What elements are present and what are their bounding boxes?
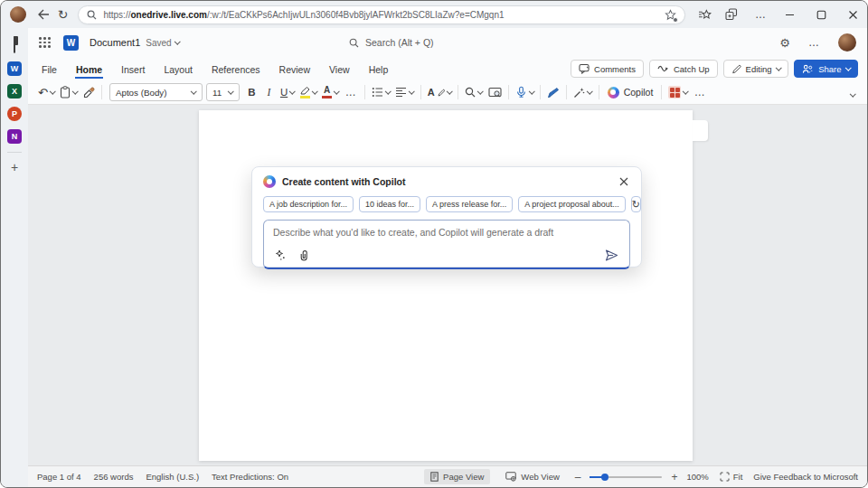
toolbar-more-icon[interactable]: … — [691, 86, 710, 99]
format-painter-button[interactable] — [80, 83, 98, 102]
maximize-icon[interactable] — [816, 10, 826, 20]
search-label: Search (Alt + Q) — [365, 37, 434, 48]
highlighter-icon — [300, 87, 310, 95]
copilot-button[interactable]: Copilot — [603, 83, 658, 102]
comment-icon — [579, 63, 590, 74]
word-count[interactable]: 256 words — [94, 472, 134, 482]
clipboard-icon — [60, 86, 71, 99]
browser-more-icon[interactable]: … — [751, 8, 770, 21]
collections-icon[interactable] — [725, 8, 738, 21]
ribbon-collapse-icon[interactable] — [851, 84, 855, 100]
add-ins-icon — [668, 86, 681, 99]
people-icon — [802, 64, 814, 74]
web-view-button[interactable]: Web View — [499, 469, 565, 484]
save-status[interactable]: Saved — [146, 38, 179, 48]
powerpoint-app-icon[interactable]: P — [7, 107, 22, 121]
text-predictions[interactable]: Text Predictions: On — [212, 472, 288, 482]
margin-comment-tab[interactable] — [693, 120, 708, 141]
underline-button[interactable]: U — [278, 83, 297, 102]
search-box[interactable]: Search (Alt + Q) — [349, 28, 434, 57]
document-canvas: Create content with Copilot A job descri… — [28, 105, 867, 465]
bold-button[interactable]: B — [243, 83, 260, 102]
suggestion-chip[interactable]: A press release for... — [426, 196, 513, 212]
editing-mode-button[interactable]: Editing — [723, 60, 789, 78]
tab-insert[interactable]: Insert — [120, 60, 146, 79]
zoom-level[interactable]: 100% — [686, 472, 708, 482]
close-icon[interactable] — [618, 175, 630, 188]
document-page[interactable] — [199, 110, 693, 461]
url-text: https://onedrive.live.com/:w:/t/EaCKkPs6… — [103, 10, 504, 20]
browser-profile-avatar[interactable] — [10, 6, 26, 23]
close-icon[interactable] — [848, 10, 858, 20]
reading-coach-button[interactable] — [486, 83, 505, 102]
word-app-icon[interactable]: W — [7, 61, 22, 76]
chevron-down-icon — [845, 64, 851, 70]
font-size-select[interactable]: 11 — [206, 83, 240, 101]
font-name-select[interactable]: Aptos (Body) — [109, 83, 203, 101]
refresh-suggestions-icon[interactable]: ↻ — [631, 196, 641, 212]
back-button[interactable] — [33, 5, 53, 24]
workspace-icon[interactable] — [14, 37, 15, 53]
search-icon — [465, 87, 476, 98]
align-button[interactable] — [392, 83, 417, 102]
search-icon — [87, 10, 97, 20]
tab-references[interactable]: References — [211, 60, 261, 79]
tab-review[interactable]: Review — [278, 60, 311, 79]
status-bar: Page 1 of 4 256 words English (U.S.) Tex… — [28, 465, 867, 487]
page-count[interactable]: Page 1 of 4 — [37, 472, 81, 482]
highlight-button[interactable] — [297, 83, 320, 102]
suggestion-chip[interactable]: 10 ideas for... — [359, 196, 420, 212]
bullets-button[interactable] — [369, 83, 393, 102]
gear-icon[interactable]: ⚙ — [779, 36, 790, 50]
dictate-button[interactable] — [513, 83, 537, 102]
refresh-icon[interactable]: ↻ — [53, 5, 73, 24]
suggestion-chip[interactable]: A job description for... — [263, 196, 354, 212]
excel-app-icon[interactable]: X — [7, 84, 22, 99]
tab-layout[interactable]: Layout — [163, 60, 193, 79]
styles-button[interactable]: A — [425, 83, 454, 102]
zoom-out-icon[interactable]: – — [575, 471, 581, 483]
italic-button[interactable]: I — [260, 83, 278, 102]
minimize-icon[interactable] — [785, 10, 795, 20]
paste-button[interactable] — [57, 83, 80, 102]
sidebar-add-icon[interactable]: + — [11, 161, 18, 174]
add-ins-button[interactable] — [665, 83, 691, 102]
app-launcher-icon[interactable] — [39, 37, 51, 48]
copilot-dialog: Create content with Copilot A job descri… — [251, 166, 642, 267]
editor-button[interactable] — [544, 83, 562, 102]
address-bar[interactable]: https://onedrive.live.com/:w:/t/EaCKkPs6… — [78, 5, 685, 24]
zoom-in-icon[interactable]: + — [671, 471, 677, 483]
language[interactable]: English (U.S.) — [146, 472, 199, 482]
word-header: W Document1 Saved Search (Alt + Q) ⚙ … — [28, 28, 867, 57]
fit-button[interactable]: Fit — [718, 469, 745, 484]
tab-file[interactable]: File — [41, 60, 58, 79]
tab-help[interactable]: Help — [368, 60, 390, 79]
comments-button[interactable]: Comments — [571, 60, 644, 78]
zoom-slider[interactable] — [590, 476, 662, 478]
browser-window: ↻ https://onedrive.live.com/:w:/t/EaCKkP… — [0, 0, 868, 488]
feedback-link[interactable]: Give Feedback to Microsoft — [753, 472, 858, 482]
favorites-icon[interactable] — [698, 9, 712, 21]
document-title[interactable]: Document1 — [90, 37, 140, 48]
auto-rewrite-button[interactable] — [571, 83, 595, 102]
share-button[interactable]: Share — [794, 60, 858, 78]
zoom-slider-thumb[interactable] — [601, 474, 609, 481]
font-color-button[interactable]: A — [319, 83, 342, 102]
copilot-prompt-input[interactable] — [273, 227, 620, 247]
catch-up-button[interactable]: Catch Up — [649, 60, 718, 78]
page-view-button[interactable]: Page View — [424, 469, 490, 484]
account-avatar[interactable] — [838, 33, 856, 52]
header-more-icon[interactable]: … — [805, 36, 824, 49]
send-icon[interactable] — [605, 249, 618, 261]
tab-view[interactable]: View — [328, 60, 351, 79]
fit-icon — [720, 472, 730, 482]
rewrite-sparkle-icon[interactable] — [275, 249, 287, 261]
undo-button[interactable]: ↶ — [35, 83, 57, 102]
attach-icon[interactable] — [298, 249, 309, 261]
tab-home[interactable]: Home — [75, 60, 103, 79]
suggestion-chip[interactable]: A project proposal about... — [518, 196, 626, 212]
bookmark-star-icon[interactable] — [665, 9, 676, 21]
font-group-more-icon[interactable]: … — [342, 86, 361, 99]
onenote-app-icon[interactable]: N — [7, 129, 22, 144]
find-button[interactable] — [462, 83, 486, 102]
